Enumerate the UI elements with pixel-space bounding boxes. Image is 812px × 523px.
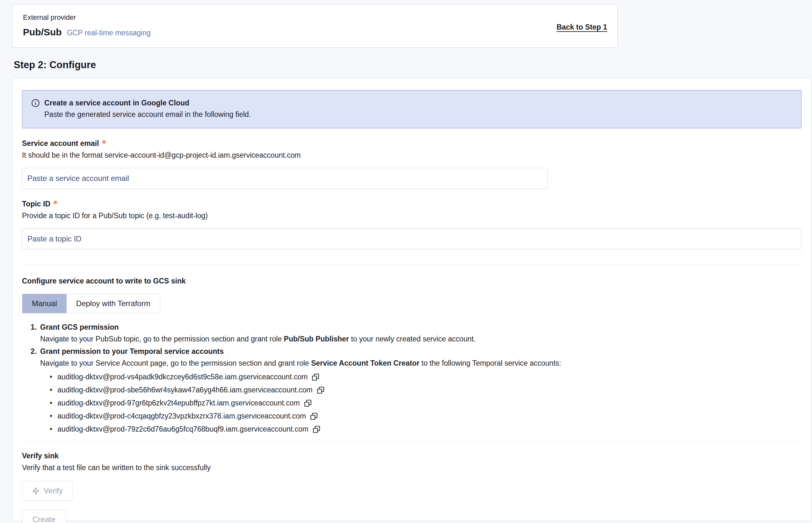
step-body-text: to the following Temporal service accoun… [419,359,561,367]
list-item: auditlog-dktxv@prod-vs4padk9dkczcey6d6st… [50,373,801,381]
configure-card: Create a service account in Google Cloud… [12,78,811,521]
tab-manual[interactable]: Manual [22,294,67,313]
verify-button-label: Verify [44,486,63,495]
info-alert: Create a service account in Google Cloud… [22,90,801,128]
copy-icon[interactable] [304,399,312,408]
provider-name: Pub/Sub [23,27,62,38]
lightning-bolt-icon [32,487,40,495]
step-body: Navigate to your Service Account page, g… [40,358,801,368]
tab-deploy-with-terraform[interactable]: Deploy with Terraform [67,294,160,313]
section-divider [22,265,801,265]
role-name: Pub/Sub Publisher [284,335,349,343]
topic-id-helper: Provide a topic ID for a Pub/Sub topic (… [22,212,801,220]
step-grant-temporal-permission: 2. Grant permission to your Temporal ser… [31,347,801,433]
provider-card: External provider Pub/Sub GCP real-time … [12,4,618,48]
list-item: auditlog-dktxv@prod-sbe56h6wr4sykaw47a6y… [50,386,801,394]
step-title: Grant GCS permission [40,323,119,331]
info-alert-title: Create a service account in Google Cloud [44,99,189,107]
info-icon [31,99,40,107]
topic-id-label: Topic ID [22,200,50,208]
step-number: 2. [31,347,40,356]
info-alert-body: Paste the generated service account emai… [44,110,792,119]
role-name: Service Account Token Creator [311,359,419,367]
provider-tagline: GCP real-time messaging [67,29,151,37]
step-grant-gcs-permission: 1. Grant GCS permission Navigate to your… [31,323,801,344]
step-body-text: to your newly created service account. [349,335,476,343]
required-indicator-dot [102,140,106,144]
service-account-email: auditlog-dktxv@prod-c4cqaqgbfzy23vpzkbxz… [57,412,306,420]
topic-id-input[interactable] [22,228,801,249]
create-button[interactable]: Create [22,510,66,523]
service-account-email-input[interactable] [22,168,548,189]
verify-sink-description: Verify that a test file can be written t… [22,464,801,472]
list-item: auditlog-dktxv@prod-79z2c6d76au6g5fcq768… [50,425,801,433]
section-divider [22,440,801,440]
step-number: 1. [31,323,40,331]
step-body: Navigate to your PubSub topic, go to the… [40,334,801,344]
list-item: auditlog-dktxv@prod-c4cqaqgbfzy23vpzkbxz… [50,412,801,420]
step-title: Grant permission to your Temporal servic… [40,347,224,356]
back-to-step-1-link[interactable]: Back to Step 1 [557,23,607,32]
configure-section-heading: Configure service account to write to GC… [22,277,801,285]
verify-button[interactable]: Verify [22,481,73,501]
service-account-list: auditlog-dktxv@prod-vs4padk9dkczcey6d6st… [50,373,801,433]
page-title: Step 2: Configure [14,59,812,71]
service-account-email: auditlog-dktxv@prod-vs4padk9dkczcey6d6st… [57,373,307,381]
service-account-email: auditlog-dktxv@prod-sbe56h6wr4sykaw47a6y… [57,386,313,394]
step-body-text: Navigate to your PubSub topic, go to the… [40,335,284,343]
copy-icon[interactable] [316,386,325,394]
service-account-email-label: Service account email [22,139,99,148]
service-account-email: auditlog-dktxv@prod-79z2c6d76au6g5fcq768… [57,425,308,433]
configure-method-tabs: Manual Deploy with Terraform [22,294,160,313]
service-account-email: auditlog-dktxv@prod-97gr6tp6zkv2t4epubff… [57,399,300,408]
step-body-text: Navigate to your Service Account page, g… [40,359,311,367]
copy-icon[interactable] [310,412,318,420]
external-provider-label: External provider [23,13,607,22]
create-button-label: Create [33,515,55,523]
verify-sink-heading: Verify sink [22,452,801,460]
list-item: auditlog-dktxv@prod-97gr6tp6zkv2t4epubff… [50,399,801,408]
required-indicator-dot [54,201,57,204]
service-account-email-helper: It should be in the format service-accou… [22,151,801,160]
manual-steps-list: 1. Grant GCS permission Navigate to your… [31,323,801,433]
copy-icon[interactable] [311,373,320,381]
copy-icon[interactable] [312,425,321,433]
